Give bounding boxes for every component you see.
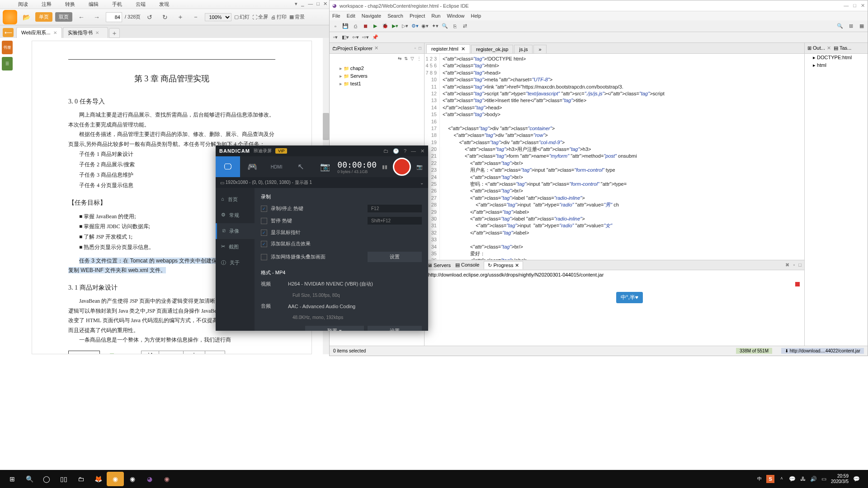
task-view-icon[interactable]: ◯ xyxy=(38,472,55,486)
display-info[interactable]: ▭ 868x488 - (0, 0), (1920, 1080) - 显示器… xyxy=(216,177,428,188)
app-icon[interactable]: ◉ xyxy=(158,472,175,486)
tab-home-icon[interactable]: ⟵ xyxy=(3,28,14,37)
menu-edit[interactable]: Edit xyxy=(347,13,355,19)
menu-search[interactable]: Search xyxy=(387,13,403,19)
save-all-icon[interactable]: ⎙ xyxy=(351,22,359,30)
minimize-icon[interactable]: — xyxy=(411,148,416,154)
new-wizard-icon[interactable]: ✦▾ xyxy=(431,22,439,30)
maximize-icon[interactable]: □ xyxy=(798,262,802,268)
checkbox[interactable] xyxy=(261,230,267,236)
eclipse-taskbar-icon[interactable]: ◕ xyxy=(141,472,158,486)
nav-about[interactable]: ⓘ关于 xyxy=(216,255,255,271)
download-indicator[interactable]: ⬇ http://download....44022/content.jar xyxy=(781,348,864,354)
nav-video[interactable]: ⎚录像 xyxy=(216,223,255,239)
chevron-down-icon[interactable]: ⌄ xyxy=(420,180,424,185)
quick-access-icon[interactable]: 🔍 xyxy=(836,22,844,30)
explorer-icon[interactable]: 🗀 xyxy=(72,472,90,486)
bandicam-taskbar-icon[interactable]: ◉ xyxy=(124,472,141,486)
code-editor[interactable]: 1 2 3 4 5 6 7 8 9 10 11 12 13 14 15 16 1… xyxy=(425,54,804,260)
mode-webcam-icon[interactable]: 📷 xyxy=(313,156,337,177)
debug-icon[interactable]: 🐞 xyxy=(381,22,389,30)
tab-web-app[interactable]: Web应用系...✕ xyxy=(16,27,62,38)
save-icon[interactable]: 💾 xyxy=(341,22,349,30)
tree-item-test1[interactable]: test1 xyxy=(333,80,420,88)
outline-item[interactable]: ▸ html xyxy=(805,61,868,69)
tab-guide[interactable]: 实验指导书✕ xyxy=(63,27,108,38)
preset-button[interactable]: 预置 ▾ xyxy=(305,326,364,331)
hotkey-field[interactable]: Shift+F12 xyxy=(368,217,422,225)
close-icon[interactable]: ✕ xyxy=(420,148,425,154)
prev-page-icon[interactable]: ← xyxy=(75,11,88,23)
minimize-view-icon[interactable]: ▫ xyxy=(414,46,416,51)
firefox-icon[interactable]: 🦊 xyxy=(90,472,107,486)
scrollbar-thumb[interactable] xyxy=(323,113,329,140)
maximize-icon[interactable]: □ xyxy=(853,3,856,9)
minimize-icon[interactable]: ▫ xyxy=(793,262,795,268)
page-number-input[interactable] xyxy=(106,12,122,22)
tab-more[interactable]: » xyxy=(533,45,546,53)
search-icon[interactable]: 🔍 xyxy=(21,472,38,486)
ext-tools-icon[interactable]: ⚙▾ xyxy=(411,22,419,30)
checkbox[interactable] xyxy=(261,241,267,247)
ime-lang[interactable]: 中 xyxy=(757,476,762,482)
zoom-out-icon[interactable]: － xyxy=(189,11,202,23)
notifications-icon[interactable]: 💬 xyxy=(853,476,860,482)
tab-console[interactable]: ▤ Console xyxy=(455,262,479,268)
clock-icon[interactable]: 🕐 xyxy=(393,148,399,154)
bookmark-icon[interactable]: 书签 xyxy=(2,41,13,54)
nav-home[interactable]: ⌂首页 xyxy=(216,192,255,207)
network-icon[interactable]: 🖧 xyxy=(800,476,806,482)
close-icon[interactable]: ✕ xyxy=(861,3,865,9)
tab-js-js[interactable]: js.js xyxy=(514,45,533,53)
mode-game-icon[interactable]: 🎮 xyxy=(240,156,264,177)
zoom-select[interactable]: 100% xyxy=(205,13,231,21)
tab-register-ok-jsp[interactable]: register_ok.jsp xyxy=(471,45,514,53)
remove-all-icon[interactable]: ✖ xyxy=(785,262,789,268)
hotkey-field[interactable]: F12 xyxy=(368,205,422,212)
checkbox[interactable] xyxy=(261,254,267,260)
nav-image[interactable]: ✂截图 xyxy=(216,239,255,255)
minimize-icon[interactable]: — xyxy=(844,3,849,9)
run-icon[interactable]: ▶ xyxy=(371,22,379,30)
open-type-icon[interactable]: ⎘ xyxy=(451,22,459,30)
menu-help[interactable]: Help xyxy=(471,13,481,19)
background-button[interactable]: ▦ 背景 xyxy=(289,14,305,20)
open-icon[interactable]: 📂 xyxy=(20,11,33,23)
stop-progress-icon[interactable] xyxy=(795,282,800,286)
minimize-icon[interactable]: — xyxy=(308,1,313,7)
pin-icon[interactable]: ⎯ xyxy=(301,1,304,7)
tab-add-button[interactable]: ＋ xyxy=(109,28,120,38)
menu-icon[interactable]: ⋮ xyxy=(417,56,421,61)
tab-close-icon[interactable]: ✕ xyxy=(53,30,57,35)
menu-edit[interactable]: 编辑 xyxy=(89,1,99,8)
camera-icon[interactable]: 📷 xyxy=(416,164,423,170)
chevron-up-icon[interactable]: ＾ xyxy=(779,475,784,483)
bandicam-titlebar[interactable]: BANDICAM 班迪录屏 VIP 🗀 🕐 ? — ✕ xyxy=(216,145,428,156)
next-page-icon[interactable]: → xyxy=(90,11,103,23)
mode-device-icon[interactable]: HDMI xyxy=(264,156,289,177)
pdf-app-icon[interactable]: ◉ xyxy=(107,472,124,486)
volume-icon[interactable]: 🔊 xyxy=(810,476,817,482)
menu-annotate[interactable]: 注释 xyxy=(42,1,52,8)
tab-servers[interactable]: 🖥 Servers xyxy=(427,263,451,268)
tab-close-icon[interactable]: ✕ xyxy=(95,30,99,35)
record-button[interactable] xyxy=(393,158,411,176)
folder-icon[interactable]: 🗀 xyxy=(383,148,388,154)
tb-icon[interactable]: ◧▾ xyxy=(341,33,349,42)
close-icon[interactable]: ✕ xyxy=(323,1,327,7)
run-drop-icon[interactable]: ▶▾ xyxy=(391,22,399,30)
ime-indicator[interactable]: 中°,半♥ xyxy=(616,292,643,303)
new-icon[interactable]: ▫ xyxy=(331,22,340,30)
outline-item[interactable]: ▸ DOCTYPE:html xyxy=(805,54,868,61)
pin-icon[interactable]: 📌 xyxy=(371,33,379,42)
menu-read[interactable]: 阅读 xyxy=(18,1,28,8)
close-icon[interactable]: ✕ xyxy=(827,45,831,51)
filter-icon[interactable]: ▽ xyxy=(410,56,414,61)
menu-mobile[interactable]: 手机 xyxy=(112,1,122,8)
memory-indicator[interactable]: 338M of 551M xyxy=(736,348,772,354)
clock[interactable]: 20:59 2020/3/5 xyxy=(831,474,849,484)
double-page-button[interactable]: 双页 xyxy=(55,12,72,22)
mode-cursor-icon[interactable]: ↖ xyxy=(289,156,313,177)
tree-item-chap2[interactable]: chap2 xyxy=(333,65,420,72)
help-icon[interactable]: ? xyxy=(404,148,406,154)
